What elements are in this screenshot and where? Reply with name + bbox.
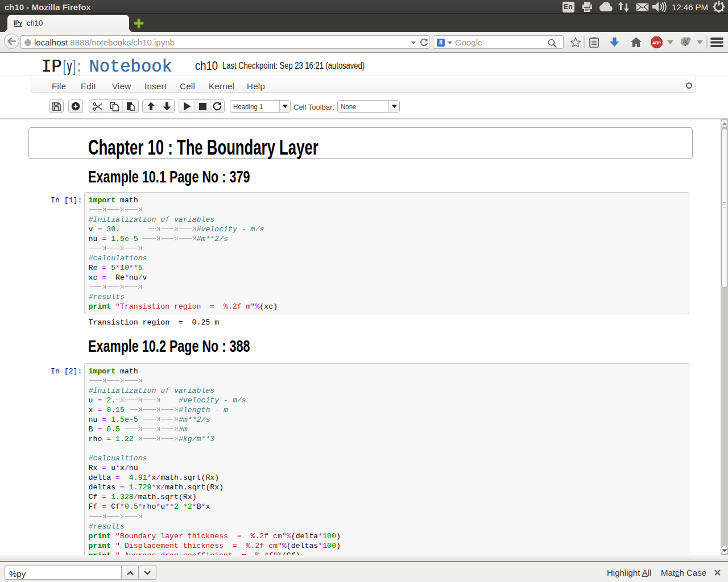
svg-text:ABP: ABP: [652, 40, 660, 45]
